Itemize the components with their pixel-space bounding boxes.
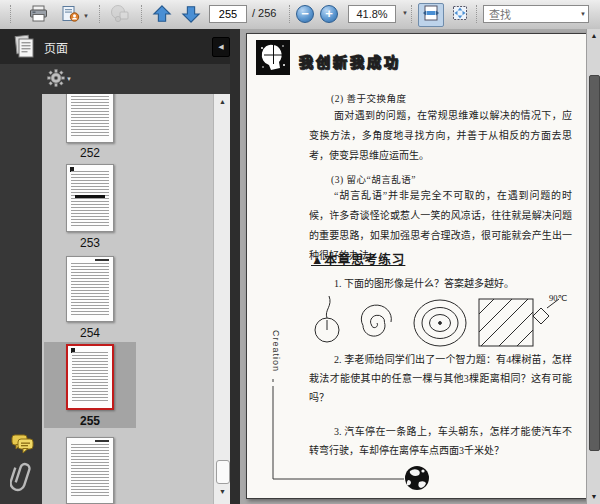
toolbar-separator [476, 5, 477, 23]
margin-decoration [261, 324, 461, 496]
panel-options-row: ▼ [42, 64, 232, 94]
mini-content [71, 444, 109, 498]
mini-content [75, 195, 105, 198]
pdf-page-255: 我创新我成功 (2) 善于交换角度 面对遇到的问题，在常规思维难以解决的情况下，… [246, 33, 587, 499]
panel-scroll-down-icon[interactable]: ▼ [214, 488, 231, 495]
pages-panel-icon[interactable] [13, 34, 37, 64]
find-caret-icon[interactable]: ▼ [580, 11, 586, 17]
print-button[interactable] [24, 4, 52, 27]
share-button-disabled [106, 4, 134, 25]
thumbnail-list: 252 253 254 255 [42, 94, 213, 504]
thumbnail-page-255-selected[interactable] [66, 344, 114, 410]
previous-page-button[interactable] [148, 4, 175, 27]
collapse-panel-button[interactable]: ◀ [212, 37, 230, 57]
next-page-button[interactable] [177, 4, 204, 27]
fit-page-button[interactable] [447, 3, 473, 27]
arrow-down-icon [181, 4, 201, 28]
thumbnail-label-254: 254 [42, 326, 138, 340]
exercises-title: ▲本章思考练习 [311, 249, 405, 268]
mini-content [71, 263, 109, 316]
gear-caret-icon[interactable]: ▼ [66, 76, 72, 82]
arrow-up-icon [152, 4, 172, 28]
doc-scroll-down-icon[interactable]: ▼ [587, 493, 600, 500]
thumbnail-label-252: 252 [42, 146, 138, 160]
pdf-reader-window: ▼ [0, 0, 600, 504]
gear-icon[interactable] [47, 69, 65, 91]
fit-width-button[interactable] [418, 3, 444, 27]
export-pages-icon [61, 5, 80, 27]
chapter-logo-head-icon [256, 40, 290, 75]
thumbnail-page-252[interactable] [66, 94, 114, 143]
toolbar-separator [411, 5, 412, 23]
thumbnail-label-253: 253 [42, 236, 138, 250]
page-number-input[interactable] [209, 5, 247, 23]
find-box: ▼ [483, 5, 589, 23]
zoom-level-value: 41.8% [356, 8, 387, 20]
pages-panel-title: 页面 [44, 39, 68, 56]
toolbar: ▼ [0, 0, 600, 30]
globe-icon [405, 466, 429, 490]
panel-scrollbar[interactable]: ▲ ▼ [213, 94, 231, 504]
question-1: 1. 下面的图形像是什么？答案越多越好。 [309, 274, 572, 293]
zoom-in-button[interactable]: + [320, 5, 338, 23]
panel-scrollbar-thumb[interactable] [216, 460, 230, 484]
toolbar-separator [10, 5, 11, 23]
page-total-label: / 256 [252, 7, 276, 19]
fit-width-icon [422, 5, 440, 25]
find-input[interactable] [487, 6, 577, 24]
toolbar-separator [289, 5, 290, 23]
toolbar-separator [141, 5, 142, 23]
panel-scroll-up-icon[interactable]: ▲ [214, 98, 231, 105]
zoom-out-button[interactable]: − [296, 5, 314, 23]
section2-paragraph: 面对遇到的问题，在常规思维难以解决的情况下，应变换方法，多角度地寻找方向，并善于… [309, 106, 572, 166]
export-button[interactable]: ▼ [58, 4, 92, 27]
navigation-rail [0, 64, 42, 504]
mini-content [71, 171, 109, 226]
mini-content [71, 94, 109, 137]
thumbnail-page-256-partial[interactable] [66, 437, 114, 504]
mini-content [95, 440, 109, 442]
thumbnail-label-255: 255 [42, 414, 138, 428]
zoom-level-box[interactable]: 41.8% [348, 5, 396, 23]
share-icon [109, 4, 131, 26]
document-scrollbar[interactable]: ▲ ▼ [586, 29, 600, 504]
attachment-paperclip-icon[interactable] [10, 460, 34, 496]
section2-heading: (2) 善于交换角度 [331, 91, 406, 105]
mini-content [95, 259, 109, 261]
printer-icon [29, 5, 48, 26]
zoom-caret-icon[interactable]: ▼ [402, 10, 408, 16]
export-caret-icon[interactable]: ▼ [83, 13, 89, 19]
comments-icon[interactable] [9, 432, 35, 460]
chapter-header-title: 我创新我成功 [299, 51, 401, 71]
document-view[interactable]: 我创新我成功 (2) 善于交换角度 面对遇到的问题，在常规思维难以解决的情况下，… [240, 29, 586, 504]
mini-content [72, 352, 108, 403]
section3-heading: (3) 留心“胡言乱语” [331, 172, 416, 186]
fit-page-icon [451, 5, 469, 25]
thumbnail-page-253[interactable] [66, 164, 114, 232]
angle-90-label: 90℃ [549, 293, 567, 303]
doc-scroll-up-icon[interactable]: ▲ [587, 32, 600, 39]
pages-panel-header: 页面 ◀ [0, 29, 232, 65]
document-scrollbar-thumb[interactable] [589, 75, 600, 451]
panel-splitter[interactable] [230, 29, 240, 504]
toolbar-separator [99, 5, 100, 23]
thumbnail-page-254[interactable] [66, 256, 114, 322]
